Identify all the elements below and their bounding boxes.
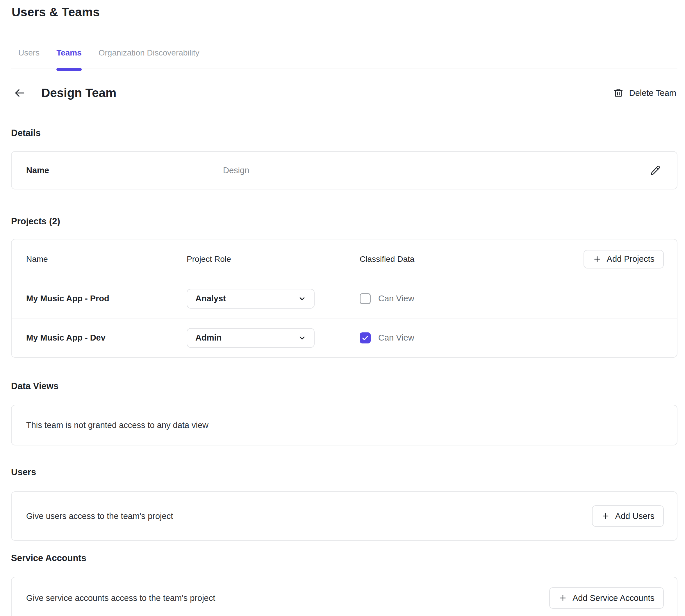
users-card: Give users access to the team's project …: [11, 491, 678, 541]
service-accounts-heading: Service Accounts: [11, 553, 678, 564]
project-role-select[interactable]: Admin: [187, 328, 315, 348]
can-view-label: Can View: [378, 333, 414, 343]
tab-teams[interactable]: Teams: [57, 48, 82, 58]
plus-icon: [593, 255, 602, 264]
pencil-icon: [650, 165, 661, 176]
column-header-classified-data: Classified Data: [360, 255, 583, 264]
chevron-down-icon: [298, 334, 306, 342]
project-name: My Music App - Prod: [26, 294, 187, 303]
add-service-accounts-button[interactable]: Add Service Accounts: [549, 587, 664, 609]
delete-team-label: Delete Team: [629, 88, 676, 98]
details-heading: Details: [11, 128, 678, 138]
users-empty-text: Give users access to the team's project: [26, 511, 173, 521]
project-name: My Music App - Dev: [26, 333, 187, 343]
classified-data-cell: Can View: [360, 293, 664, 304]
can-view-checkbox[interactable]: [360, 293, 371, 304]
tab-bar: Users Teams Organization Discoverability: [11, 48, 678, 69]
name-value: Design: [223, 166, 649, 175]
edit-name-button[interactable]: [649, 164, 662, 177]
add-users-button[interactable]: Add Users: [592, 505, 664, 527]
team-header: Design Team Delete Team: [11, 86, 678, 100]
column-header-project-role: Project Role: [187, 255, 360, 264]
name-label: Name: [26, 166, 223, 175]
project-role-value: Analyst: [195, 294, 226, 303]
add-projects-label: Add Projects: [607, 254, 655, 264]
plus-icon: [558, 594, 567, 602]
checkmark-icon: [361, 334, 369, 342]
project-role-select[interactable]: Analyst: [187, 289, 315, 309]
project-role-cell: Admin: [187, 328, 360, 348]
table-row: My Music App - Dev Admin Can View: [12, 318, 677, 357]
add-users-label: Add Users: [615, 511, 655, 521]
data-views-card: This team is not granted access to any d…: [11, 405, 678, 445]
back-button[interactable]: [13, 87, 26, 100]
tab-organization-discoverability[interactable]: Organization Discoverability: [99, 48, 199, 58]
can-view-checkbox[interactable]: [360, 332, 371, 344]
project-role-cell: Analyst: [187, 289, 360, 309]
users-teams-page: Users & Teams Users Teams Organization D…: [0, 0, 685, 616]
add-service-accounts-label: Add Service Accounts: [573, 593, 655, 603]
users-heading: Users: [11, 467, 678, 477]
projects-table: Name Project Role Classified Data Add Pr…: [11, 239, 678, 358]
service-accounts-empty-text: Give service accounts access to the team…: [26, 593, 215, 603]
details-card: Name Design: [11, 151, 678, 190]
data-views-empty-text: This team is not granted access to any d…: [26, 420, 209, 430]
column-header-name: Name: [26, 255, 187, 264]
service-accounts-card: Give service accounts access to the team…: [11, 577, 678, 616]
chevron-down-icon: [298, 294, 306, 303]
plus-icon: [601, 512, 610, 521]
data-views-heading: Data Views: [11, 381, 678, 391]
project-role-value: Admin: [195, 333, 221, 343]
projects-header-row: Name Project Role Classified Data Add Pr…: [12, 239, 677, 279]
page-title: Users & Teams: [12, 5, 678, 19]
back-arrow-icon: [14, 87, 26, 99]
delete-team-button[interactable]: Delete Team: [614, 88, 676, 98]
table-row: My Music App - Prod Analyst Can View: [12, 279, 677, 318]
team-title: Design Team: [41, 86, 116, 100]
can-view-label: Can View: [378, 294, 414, 303]
trash-icon: [614, 88, 623, 98]
classified-data-cell: Can View: [360, 332, 664, 344]
tab-users[interactable]: Users: [18, 48, 40, 58]
projects-heading: Projects (2): [11, 216, 678, 227]
add-projects-button[interactable]: Add Projects: [583, 250, 664, 268]
